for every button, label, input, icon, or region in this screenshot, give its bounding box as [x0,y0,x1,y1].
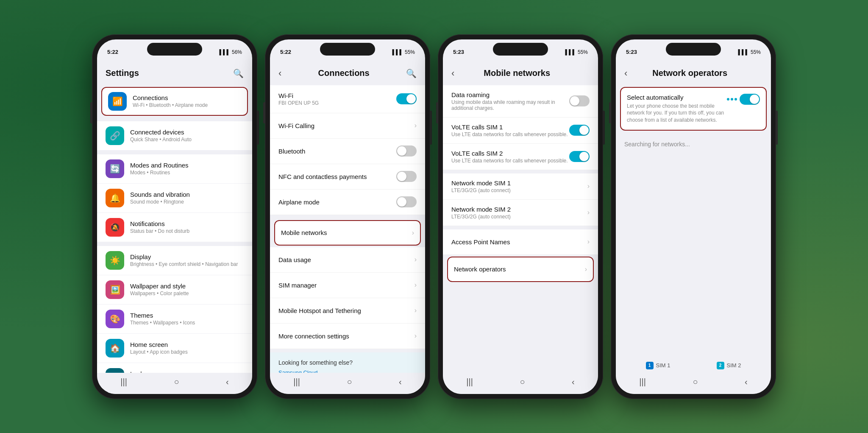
mn-item-volte-sim1[interactable]: VoLTE calls SIM 1 Use LTE data networks … [443,117,598,144]
toggle-data-roaming[interactable] [569,95,590,106]
mn-title-network-mode-sim1: Network mode SIM 1 [451,179,511,187]
mn-item-network-mode-sim2[interactable]: Network mode SIM 2 LTE/3G/2G (auto conne… [443,200,598,226]
conn-item-data-usage[interactable]: Data usage › [270,247,425,273]
nav-back-1[interactable]: ‹ [217,374,237,390]
conn-subtitle-wifi: FBI OPEN UP 5G [278,100,319,106]
phone-notch-3 [493,43,548,56]
nav-menu-2[interactable]: ||| [285,374,309,390]
settings-text-modes: Modes and Routines Modes • Routines [130,162,244,176]
nav-back-4[interactable]: ‹ [736,374,756,390]
conn-item-nfc[interactable]: NFC and contactless payments [270,164,425,190]
nav-home-4[interactable]: ○ [684,374,706,390]
no-item-select-auto[interactable]: Select automatically Let your phone choo… [620,87,767,131]
toggle-bluetooth[interactable] [396,145,417,156]
mn-item-apn[interactable]: Access Point Names › [443,229,598,255]
phone-4: 5:23 ▌▌▌ 55% ‹ Network operators Select … [611,34,776,399]
toggle-select-auto[interactable] [740,94,760,105]
chevron-more: › [415,332,417,340]
conn-item-mobile-networks[interactable]: Mobile networks › [274,220,421,246]
toggle-volte-sim1[interactable] [569,125,590,136]
settings-item-modes[interactable]: 🔄 Modes and Routines Modes • Routines [97,154,252,183]
settings-item-sounds[interactable]: 🔔 Sounds and vibration Sound mode • Ring… [97,184,252,212]
toggle-wifi[interactable] [396,93,417,104]
nav-home-2[interactable]: ○ [338,374,360,390]
back-button-4[interactable]: ‹ [624,68,627,79]
chevron-network-operators: › [585,265,587,273]
chevron-hotspot: › [415,307,417,314]
signal-icon-3: ▌▌▌ [565,49,576,55]
nav-menu-3[interactable]: ||| [458,374,481,390]
nav-home-3[interactable]: ○ [511,374,533,390]
back-button-2[interactable]: ‹ [278,68,281,79]
conn-item-bluetooth[interactable]: Bluetooth [270,139,425,164]
conn-item-wifi-calling[interactable]: Wi-Fi Calling › [270,113,425,139]
settings-subtitle-display: Brightness • Eye comfort shield • Naviga… [130,261,244,267]
phone-notch-1 [147,43,202,56]
display-icon: ☀️ [110,255,120,265]
toggle-knob-volte-sim1 [579,126,589,135]
sim-tab-2[interactable]: 2 SIM 2 [717,362,741,369]
mn-item-volte-sim2[interactable]: VoLTE calls SIM 2 Use LTE data networks … [443,144,598,170]
settings-text-connections: Connections Wi-Fi • Bluetooth • Airplane… [133,94,241,108]
nav-menu-4[interactable]: ||| [631,374,654,390]
status-time-1: 5:22 [107,49,118,55]
conn-item-more[interactable]: More connection settings › [270,324,425,349]
toggle-nfc[interactable] [396,171,417,182]
sim-tab-1[interactable]: 1 SIM 1 [646,362,670,369]
phone-1: 5:22 ▌▌▌ 56% Settings 🔍 📶 Connections Wi… [92,34,257,399]
mn-subtitle-network-mode-sim1: LTE/3G/2G (auto connect) [451,187,511,193]
phone-screen-1: 5:22 ▌▌▌ 56% Settings 🔍 📶 Connections Wi… [97,39,252,394]
mn-text-apn: Access Point Names [451,238,510,246]
spinner-dot-3 [734,98,737,101]
back-button-3[interactable]: ‹ [451,68,454,79]
help-link-samsung-cloud[interactable]: Samsung Cloud [278,369,417,373]
conn-item-airplane[interactable]: Airplane mode [270,190,425,215]
settings-item-connections[interactable]: 📶 Connections Wi-Fi • Bluetooth • Airpla… [101,87,248,116]
mn-item-network-operators[interactable]: Network operators › [447,257,594,282]
nav-back-3[interactable]: ‹ [563,374,583,390]
settings-item-lock[interactable]: 🔒 Lock screen Screen lock type • Always … [97,363,252,373]
signal-icon-4: ▌▌▌ [738,49,749,55]
conn-text-nfc: NFC and contactless payments [278,173,367,180]
battery-icon-3: 55% [578,49,588,55]
settings-item-connected-devices[interactable]: 🔗 Connected devices Quick Share • Androi… [97,121,252,150]
no-subtitle-select-auto: Let your phone choose the best mobile ne… [627,103,727,124]
settings-item-wallpaper[interactable]: 🖼️ Wallpaper and style Wallpapers • Colo… [97,275,252,304]
nav-home-1[interactable]: ○ [165,374,187,390]
conn-title-mobile-networks: Mobile networks [281,229,327,236]
toggle-volte-sim2[interactable] [569,151,590,162]
search-icon-1[interactable]: 🔍 [233,68,244,78]
app-bar-1: Settings 🔍 [97,61,252,85]
nav-back-2[interactable]: ‹ [390,374,410,390]
mobile-networks-list: Data roaming Using mobile data while roa… [443,85,598,373]
conn-text-bluetooth: Bluetooth [278,148,305,155]
settings-item-notifications[interactable]: 🔕 Notifications Status bar • Do not dist… [97,213,252,242]
mn-item-data-roaming[interactable]: Data roaming Using mobile data while roa… [443,85,598,117]
chevron-sim-manager: › [415,281,417,289]
nav-menu-1[interactable]: ||| [112,374,136,390]
settings-subtitle-sounds: Sound mode • Ringtone [130,199,244,205]
toggle-knob-bluetooth [397,146,406,156]
mn-title-volte-sim2: VoLTE calls SIM 2 [451,150,568,157]
settings-icon-themes: 🎨 [106,310,124,328]
phone-3: 5:23 ▌▌▌ 55% ‹ Mobile networks Data roam… [438,34,603,399]
settings-item-themes[interactable]: 🎨 Themes Themes • Wallpapers • Icons [97,304,252,333]
settings-title-display: Display [130,253,244,260]
conn-item-hotspot[interactable]: Mobile Hotspot and Tethering › [270,298,425,324]
bottom-nav-1: ||| ○ ‹ [97,373,252,394]
toggle-knob-nfc [397,172,406,181]
settings-title-modes: Modes and Routines [130,162,244,169]
battery-icon-4: 55% [751,49,761,55]
search-icon-2[interactable]: 🔍 [406,68,417,78]
conn-text-airplane: Airplane mode [278,198,320,206]
conn-item-wifi[interactable]: Wi-Fi FBI OPEN UP 5G [270,85,425,113]
toggle-airplane[interactable] [396,196,417,207]
settings-item-home[interactable]: 🏠 Home screen Layout • App icon badges [97,334,252,363]
modes-icon: 🔄 [110,164,120,174]
conn-item-sim-manager[interactable]: SIM manager › [270,273,425,298]
settings-item-display[interactable]: ☀️ Display Brightness • Eye comfort shie… [97,246,252,275]
screen-title-3: Mobile networks [484,68,550,78]
conn-title-wifi-calling: Wi-Fi Calling [278,122,314,129]
screen-title-4: Network operators [652,68,727,78]
mn-item-network-mode-sim1[interactable]: Network mode SIM 1 LTE/3G/2G (auto conne… [443,173,598,200]
